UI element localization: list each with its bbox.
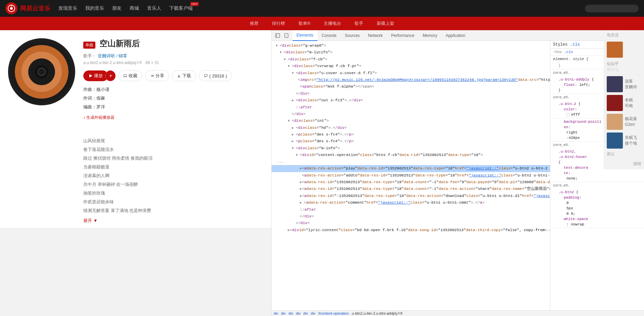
svg-rect-4 <box>276 34 280 38</box>
search-input[interactable] <box>585 5 639 12</box>
expand-arrow-1[interactable]: ▼ <box>280 50 284 55</box>
expand-arrow-13[interactable]: ▶ <box>292 132 296 138</box>
tab-console[interactable]: Console <box>318 30 341 41</box>
expand-arrow-16[interactable]: ▼ <box>296 153 300 158</box>
expand-arrow-14[interactable]: ▶ <box>292 139 296 144</box>
nav-recommend[interactable]: 推荐 <box>250 18 259 29</box>
lyric-4: 没谢幕的人啊 <box>83 171 263 180</box>
lyric-7: 作贰壹还能余味 <box>83 198 263 206</box>
dom-line-lyric: ▶ <div id="lyric-content" class="bd bd-o… <box>272 227 550 233</box>
tab-network[interactable]: Network <box>364 30 387 41</box>
lyrics-section: 山风轻摇尾 卷下落花随流水 路过 擦拭曾经 用你柔情 换我的眼泪 当菱根鄢败退 … <box>0 128 271 228</box>
svg-marker-3 <box>89 74 92 77</box>
expand-arrow-0[interactable]: ▼ <box>276 43 280 49</box>
play-button[interactable]: 播放 <box>83 70 108 81</box>
devtools-panel: Elements Console Sources Network Perform… <box>271 30 644 316</box>
song-detail: 单曲 空山新雨后 歌手： 音阙诗听 / 锦零 a.u-btn2.u-btn-2.… <box>0 30 271 128</box>
expand-arrow-15[interactable]: ▼ <box>292 146 296 151</box>
styles-btn2pad-source: core_e5. <box>550 182 644 189</box>
expand-arrow-11[interactable]: ▼ <box>288 118 292 124</box>
dom-line-7: ▶ </div> <box>272 90 550 97</box>
expand-arrow-3[interactable]: ▼ <box>288 64 292 69</box>
dom-line-10: ▶ </div> <box>272 111 550 117</box>
dom-dots-line: ... <box>272 159 550 165</box>
dom-line-download: ▶ <a data-res-id="-1352002513" data-res-… <box>272 193 550 199</box>
artist2-link[interactable]: 锦零 <box>119 53 127 58</box>
dom-line-close2: ▶ </div> <box>272 220 550 226</box>
album-disk <box>8 38 75 105</box>
logo-text: 网易云音乐 <box>20 4 50 12</box>
lyric-2: 路过 擦拭曾经 用你柔情 换我的眼泪 <box>83 154 263 163</box>
tab-application[interactable]: Application <box>442 30 470 41</box>
breadcrumb-div-3[interactable]: div <box>295 311 301 315</box>
nav-artists[interactable]: 歌手 <box>355 18 363 29</box>
tab-elements[interactable]: Elements <box>292 30 318 41</box>
nav-mymusic[interactable]: 我的音乐 <box>85 4 104 13</box>
expand-arrow-2[interactable]: ▼ <box>284 57 288 62</box>
devtools-tabbar: Elements Console Sources Network Perform… <box>272 30 644 41</box>
nav-radio[interactable]: 主播电台 <box>324 18 341 29</box>
dom-line-6: ▶ <span class="msk f-alpha" ></span> <box>272 83 550 90</box>
breadcrumb-div-5[interactable]: div <box>310 311 316 315</box>
main-area: 单曲 空山新雨后 歌手： 音阙诗听 / 锦零 a.u-btn2.u-btn-2.… <box>0 30 644 316</box>
breadcrumb-div-4[interactable]: div <box>303 311 309 315</box>
share-button[interactable]: 分享 <box>145 70 169 81</box>
breadcrumb-div-2[interactable]: div <box>288 311 294 315</box>
comment-button[interactable]: (29316) <box>199 70 232 81</box>
song-title: 空山新雨后 <box>99 39 140 48</box>
expand-arrow-8[interactable]: ▶ <box>292 98 296 103</box>
lyric-3: 当菱根鄢败退 <box>83 163 263 171</box>
tab-performance[interactable]: Performance <box>387 30 419 41</box>
hot-badge: HOT <box>190 2 199 6</box>
breadcrumb-div-1[interactable]: div <box>280 311 286 315</box>
tab-sources[interactable]: Sources <box>341 30 364 41</box>
dom-line-12: ▶ <div class="hd" >…</div> <box>272 124 550 131</box>
download-button[interactable]: 下载 <box>172 70 196 81</box>
add-to-playlist-button[interactable]: + <box>105 70 116 81</box>
nav-discover[interactable]: 发现音乐 <box>58 4 77 13</box>
devtools-device-icon[interactable] <box>282 32 290 40</box>
dom-line-close1: ▶ </div> <box>272 213 550 220</box>
search-container <box>585 5 639 12</box>
breadcrumb-div-0[interactable]: div <box>273 311 279 315</box>
nav-shop[interactable]: 商城 <box>130 4 139 13</box>
styles-cls[interactable]: .cls <box>570 42 580 47</box>
nav-newalbums[interactable]: 新碟上架 <box>377 18 394 29</box>
collect-button[interactable]: 收藏 <box>118 70 142 81</box>
devtools-inspect-icon[interactable] <box>274 32 282 40</box>
dom-line-13: ▶ <p class="des s-fc4" >…</p> <box>272 131 550 138</box>
dom-line-fav: ▶ <a data-res-id="1352002513" data-res-t… <box>272 179 550 186</box>
breadcrumb-content-op[interactable]: #content-operation <box>317 311 350 315</box>
logo[interactable]: 网易云音乐 <box>5 2 50 14</box>
dom-line-selected[interactable]: ▶ <a data-res-action="play" data-res-id=… <box>272 165 550 172</box>
nav-friends[interactable]: 朋友 <box>112 4 122 13</box>
tab-memory[interactable]: Memory <box>419 30 442 41</box>
dom-line-1: ▼ <div class="m-lycifo" > <box>272 49 550 56</box>
album-label <box>66 95 73 103</box>
dom-line-9: ▶ ::after <box>272 104 550 111</box>
nav-charts[interactable]: 排行榜 <box>272 18 285 29</box>
nav-download[interactable]: 下载客户端 HOT <box>169 4 193 13</box>
dom-line-3: ▼ <div class="cvrwrap f-cb f-pr" > <box>272 63 550 69</box>
expand-arrow-comment[interactable]: ▶ <box>300 200 304 206</box>
dom-tree[interactable]: ▼ <div class="g-wrap0" > ▼ <div class="m… <box>272 41 550 310</box>
lyric-0: 山风轻摇尾 <box>83 137 263 145</box>
expand-button[interactable]: 展开 ▼ <box>83 218 263 224</box>
svg-point-7 <box>286 37 287 37</box>
disk-center <box>38 68 46 76</box>
dom-line-after: ▶ ::after <box>272 206 550 213</box>
dom-line-comment: ▶ <a data-res-action="comment" href="jav… <box>272 199 550 206</box>
play-button-group: 播放 + <box>83 70 116 81</box>
artist-link[interactable]: 音阙诗听 <box>98 53 115 58</box>
nav-playlist[interactable]: 歌单® <box>298 18 311 29</box>
devtools-body: ▼ <div class="g-wrap0" > ▼ <div class="m… <box>272 41 644 310</box>
dom-line-11: ▼ <div class="cnt" > <box>272 117 550 124</box>
lyric-6: 抽签的玫瑰 <box>83 189 263 198</box>
nav-musician[interactable]: 音乐人 <box>147 4 161 13</box>
expand-arrow-12[interactable]: ▶ <box>292 125 296 131</box>
expand-arrow-4[interactable]: ▼ <box>292 71 296 76</box>
devtools-tab-icons-left <box>272 32 292 40</box>
external-link[interactable]: ♪ 生成外链播放器 <box>83 114 263 120</box>
top-navigation: 网易云音乐 发现音乐 我的音乐 朋友 商城 音乐人 下载客户端 HOT <box>0 0 644 17</box>
song-artist-row: 歌手： 音阙诗听 / 锦零 <box>83 53 263 59</box>
